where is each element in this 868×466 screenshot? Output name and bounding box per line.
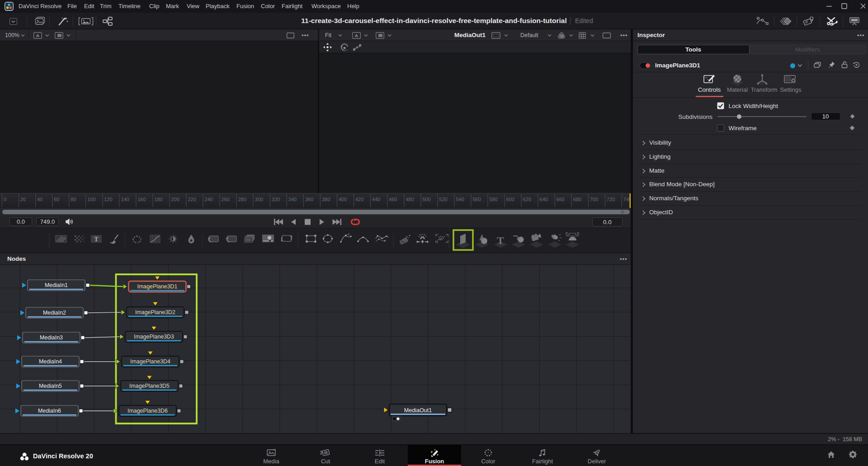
svg-text:A: A	[355, 33, 358, 38]
svg-text:MediaIn5: MediaIn5	[39, 383, 62, 389]
svg-text:400: 400	[339, 197, 347, 202]
svg-text:380: 380	[322, 197, 330, 202]
svg-text:ImagePlane3D1: ImagePlane3D1	[137, 283, 178, 290]
svg-text:40: 40	[37, 197, 42, 202]
svg-text:140: 140	[121, 197, 129, 202]
svg-text:200: 200	[171, 197, 179, 202]
svg-text:420: 420	[355, 197, 363, 202]
svg-text:360: 360	[305, 197, 313, 202]
svg-text:620: 620	[523, 197, 531, 202]
svg-text:520: 520	[439, 197, 447, 202]
svg-text:560: 560	[472, 197, 481, 202]
svg-text:580: 580	[490, 197, 498, 202]
svg-text:MediaOut1: MediaOut1	[404, 407, 432, 414]
svg-text:340: 340	[288, 197, 297, 202]
svg-text:ImagePlane3D4: ImagePlane3D4	[130, 358, 170, 365]
svg-text:ImagePlane3D2: ImagePlane3D2	[135, 309, 175, 315]
svg-text:T: T	[94, 236, 99, 243]
svg-text:T: T	[497, 235, 504, 246]
svg-text:720: 720	[607, 197, 615, 202]
svg-text:MediaIn4: MediaIn4	[39, 358, 62, 365]
svg-text:MediaIn1: MediaIn1	[45, 282, 68, 288]
svg-text:660: 660	[557, 197, 565, 202]
svg-text:700: 700	[590, 197, 598, 202]
svg-text:500: 500	[422, 197, 430, 202]
svg-text:100: 100	[87, 197, 95, 202]
svg-text:60: 60	[54, 197, 59, 202]
svg-text:ImagePlane3D6: ImagePlane3D6	[127, 408, 168, 414]
svg-text:ImagePlane3D3: ImagePlane3D3	[134, 334, 174, 340]
svg-text:640: 640	[540, 197, 548, 202]
svg-text:MediaIn3: MediaIn3	[40, 334, 63, 341]
svg-text:20: 20	[20, 197, 26, 202]
svg-text:240: 240	[205, 197, 213, 202]
svg-text:220: 220	[188, 197, 196, 202]
svg-text:460: 460	[389, 197, 397, 202]
svg-text:540: 540	[456, 197, 464, 202]
svg-text:MediaIn2: MediaIn2	[43, 310, 66, 316]
svg-text:260: 260	[222, 197, 230, 202]
svg-text:300: 300	[255, 197, 263, 202]
svg-text:0: 0	[4, 197, 6, 202]
svg-text:480: 480	[406, 197, 414, 202]
svg-text:120: 120	[104, 197, 112, 202]
svg-text:320: 320	[272, 197, 280, 202]
svg-text:680: 680	[573, 197, 581, 202]
svg-text:440: 440	[372, 197, 380, 202]
svg-text:180: 180	[154, 197, 162, 202]
svg-text:280: 280	[238, 197, 246, 202]
svg-text:80: 80	[71, 197, 76, 202]
svg-text:ImagePlane3D5: ImagePlane3D5	[129, 383, 170, 389]
svg-text:A: A	[36, 33, 39, 38]
svg-text:MediaIn6: MediaIn6	[38, 408, 61, 414]
svg-text:600: 600	[506, 197, 514, 202]
svg-text:160: 160	[137, 197, 146, 202]
